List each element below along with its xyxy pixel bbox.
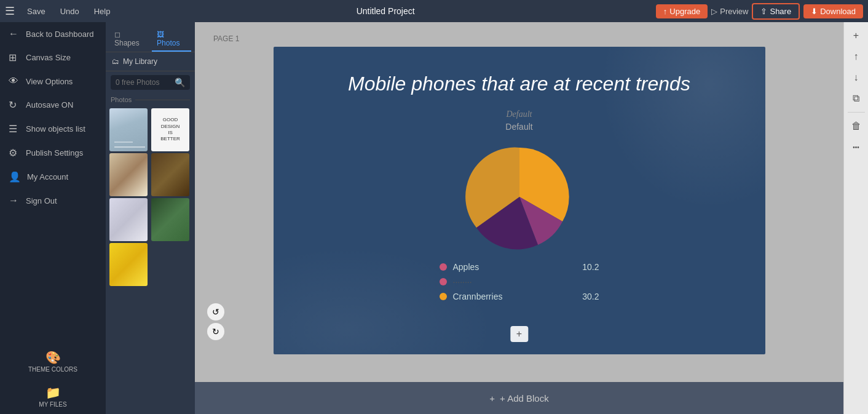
undo-canvas-btn[interactable]: ↺ [207,303,224,320]
rt-duplicate-button[interactable]: ⧉ [846,89,866,108]
rt-more-button[interactable]: ••• [846,137,866,157]
search-bar: 🔍 [111,75,190,90]
sidebar-bottom: 🎨 THEME COLORS 📁 MY FILES [0,344,106,414]
sidebar-item-autosave[interactable]: ↻ Autosave ON [0,93,106,117]
sidebar-item-canvas-size[interactable]: ⊞ Canvas Size [0,46,106,70]
photos-grid: GOODDESIGNISBETTER [106,106,195,289]
sidebar-tool-theme-colors[interactable]: 🎨 THEME COLORS [0,344,106,379]
page-label: PAGE 1 [213,34,239,43]
photos-panel: ◻ Shapes 🖼 Photos 🗂 My Library 🔍 Photos [106,22,195,414]
sidebar-label-publish: Publish Settings [26,148,83,157]
add-block-bar[interactable]: + + Add Block [195,382,843,414]
legend-value-apples: 10.2 [582,262,599,272]
tab-shapes[interactable]: ◻ Shapes [109,27,149,52]
legend-dot-apples [440,263,447,271]
redo-canvas-btn[interactable]: ↻ [207,323,224,340]
photo-thumb-7[interactable] [109,243,148,286]
sidebar-item-show-objects[interactable]: ☰ Show objects list [0,117,106,141]
photo-thumb-3[interactable] [109,153,148,196]
legend-name-crannberries: Crannberries [453,292,577,301]
share-icon: ⇧ [760,7,767,16]
pie-chart-wrapper: Apples 10.2 ········ [440,141,599,301]
legend-value-crannberries: 30.2 [582,292,599,301]
pie-chart [458,141,581,252]
legend-name-apples: Apples [453,262,577,272]
photo-thumb-1[interactable] [109,108,148,151]
account-icon: 👤 [9,171,21,183]
search-icon[interactable]: 🔍 [175,78,185,87]
download-icon: ⬇ [811,7,818,16]
chart-container: Default Default [310,109,728,314]
rt-divider [848,112,865,113]
project-title: Untitled Project [120,6,650,16]
sidebar-item-view-options[interactable]: 👁 View Options [0,70,106,93]
download-button[interactable]: ⬇ Download [803,4,863,18]
sidebar-item-my-account[interactable]: 👤 My Account [0,165,106,189]
sidebar-label-autosave: Autosave ON [26,100,73,109]
chart-default: Default [505,122,532,132]
sign-out-icon: → [9,195,20,206]
sidebar-item-sign-out[interactable]: → Sign Out [0,189,106,212]
autosave-icon: ↻ [9,99,20,111]
photo-thumb-5[interactable] [109,198,148,241]
undo-redo-controls: ↺ ↻ [207,303,224,340]
photo-thumb-2[interactable]: GOODDESIGNISBETTER [151,108,189,151]
my-library-button[interactable]: 🗂 My Library [106,52,195,71]
publish-icon: ⚙ [9,147,20,159]
upgrade-icon: ↑ [663,7,668,16]
rt-delete-button[interactable]: 🗑 [846,116,866,136]
photos-tab-icon: 🖼 [157,30,164,39]
sidebar-label-canvas-size: Canvas Size [26,53,71,62]
canvas-area: PAGE 1 Mobile phones that are at recent … [195,22,843,414]
sidebar-label-view-options: View Options [26,77,73,86]
tab-photos[interactable]: 🖼 Photos [152,27,191,52]
share-button[interactable]: ⇧ Share [752,3,800,20]
main-layout: ← Back to Dashboard ⊞ Canvas Size 👁 View… [0,22,868,414]
rt-add-button[interactable]: + [846,26,866,46]
legend-name-2: ········ [453,277,593,287]
sidebar-tool-my-files[interactable]: 📁 MY FILES [0,379,106,414]
add-block-icon: + [489,393,495,404]
sidebar-item-back-to-dashboard[interactable]: ← Back to Dashboard [0,22,106,46]
page-canvas[interactable]: Mobile phones that are at recent trends … [274,47,765,354]
legend-dot-crannberries [440,293,447,300]
view-options-icon: 👁 [9,76,20,87]
sidebar-item-publish-settings[interactable]: ⚙ Publish Settings [0,141,106,165]
sidebar-label-sign-out: Sign Out [26,196,57,205]
add-block-label: + Add Block [500,393,549,404]
undo-button[interactable]: Undo [55,4,84,18]
search-input[interactable] [116,78,172,87]
left-sidebar: ← Back to Dashboard ⊞ Canvas Size 👁 View… [0,22,106,414]
library-icon: 🗂 [112,57,119,66]
right-toolbar: + ↑ ↓ ⧉ 🗑 ••• [843,22,868,414]
slide-nav: + [510,326,528,342]
canvas-size-icon: ⊞ [9,52,20,63]
canvas-scroll: PAGE 1 Mobile phones that are at recent … [195,22,843,382]
legend-item-2: ········ [440,277,599,287]
rt-move-down-button[interactable]: ↓ [846,68,866,87]
photo-thumb-6[interactable] [151,198,189,241]
show-objects-icon: ☰ [9,123,20,135]
save-button[interactable]: Save [22,4,50,18]
top-bar: ☰ Save Undo Help Untitled Project ↑ Upgr… [0,0,868,22]
legend-dot-2 [440,278,447,285]
photos-section-label: Photos [106,94,195,106]
chart-default-italic: Default [507,109,532,119]
slide-title: Mobile phones that are at recent trends [348,71,690,97]
photos-tabs: ◻ Shapes 🖼 Photos [106,22,195,52]
rt-move-up-button[interactable]: ↑ [846,47,866,66]
my-files-icon: 📁 [45,385,61,400]
chart-legend: Apples 10.2 ········ [440,262,599,301]
canvas-content: Mobile phones that are at recent trends … [274,47,765,338]
photo-thumb-4[interactable] [151,153,189,196]
slide-nav-prev[interactable]: + [516,328,522,340]
sidebar-label-account: My Account [27,172,68,181]
theme-colors-icon: 🎨 [45,350,61,365]
help-button[interactable]: Help [89,4,116,18]
legend-item-apples: Apples 10.2 [440,262,599,272]
preview-button[interactable]: ▷ Preview [711,7,748,16]
menu-icon[interactable]: ☰ [5,4,15,18]
sidebar-label-show-objects: Show objects list [26,124,85,133]
preview-icon: ▷ [711,7,717,16]
upgrade-button[interactable]: ↑ Upgrade [656,4,708,18]
